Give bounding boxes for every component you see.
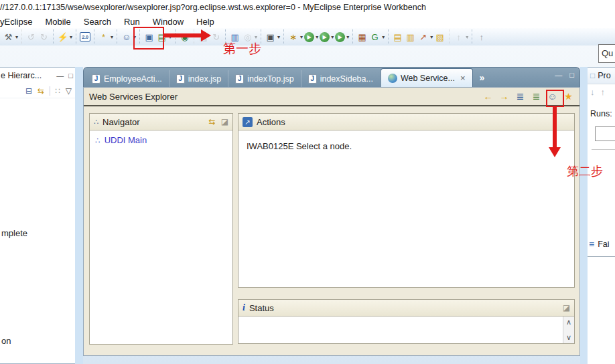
file-type-icon: J — [308, 74, 317, 84]
failures-section-header[interactable]: ≡ Fai — [589, 239, 610, 250]
refresh-dim-icon[interactable]: ↻ ▾ — [210, 29, 222, 44]
link-with-actions-icon[interactable]: ⇆ — [209, 117, 216, 126]
dropdown-arrow-icon[interactable]: ▾ — [255, 34, 257, 40]
dropdown-arrow-icon[interactable]: ▾ — [316, 34, 318, 40]
undo-dim-icon[interactable]: ↺ ▾ — [21, 29, 37, 44]
dropdown-arrow-icon[interactable]: ▾ — [70, 34, 72, 40]
main-toolbar: ⚒ ▾ ↺ ▾ ↻ ▾ ⚡ ▾ 2.0 ▾ * ▾ ☺ ▾ — [0, 28, 615, 46]
right-view-panel: □ Pro ↓ ↑ Runs: ≡ Fai — [588, 67, 615, 364]
editor-tab-bar: J EmployeeActi... J index.jsp J indexTop… — [83, 67, 580, 87]
filter-dots-icon[interactable]: ∷ — [50, 86, 60, 96]
web-project-folder-icon[interactable]: ▤ ▾ — [388, 29, 403, 44]
show-status-icon[interactable]: ≣ — [531, 90, 542, 102]
tab-indextop-jsp[interactable]: J indexTop.jsp — [228, 70, 301, 87]
build-hammer-icon[interactable]: ⚒ ▾ — [3, 29, 18, 44]
step2-label: 第二步 — [567, 163, 603, 179]
genuitec-g-icon[interactable]: G ▾ — [369, 29, 385, 44]
maximize-icon[interactable]: □ — [569, 71, 574, 79]
back-icon[interactable]: ← — [482, 90, 494, 102]
clear-navigator-icon[interactable]: ◪ — [221, 117, 228, 126]
tree-item-fragment[interactable]: on — [1, 336, 11, 346]
swap-lr-icon[interactable]: ⇆ — [38, 86, 44, 96]
web-services-explorer: Web Services Explorer ← → ≣ ≣ ☺ ★ — [83, 87, 580, 356]
file-type-icon: J — [176, 74, 185, 84]
tab-label: EmployeeActi... — [104, 74, 162, 84]
restore-view-icon[interactable]: ⊟ — [25, 86, 32, 96]
next-failure-icon[interactable]: ↓ — [590, 87, 595, 97]
tree-item-fragment[interactable]: mplete — [1, 228, 27, 238]
dropdown-arrow-icon[interactable]: ▾ — [382, 34, 385, 40]
tab-type-hierarchy[interactable]: e Hierarc... — [1, 71, 52, 80]
view-menu-icon[interactable]: ▽ — [66, 86, 72, 96]
scroll-up-icon[interactable]: ∧ — [566, 318, 571, 327]
dropdown-arrow-icon[interactable]: ▾ — [111, 34, 113, 40]
project-archive-icon[interactable]: ▧ ▾ — [434, 29, 446, 44]
actions-pane: ↗ Actions IWAB0125E Select a node. — [238, 113, 575, 288]
step1-label: 第一步 — [223, 40, 261, 58]
menu-mobile[interactable]: Mobile — [45, 17, 70, 27]
navigator-tree-icon: ∴ — [94, 118, 98, 126]
forward-icon[interactable]: → — [498, 90, 510, 102]
upload-box-icon[interactable]: ↑ ▾ — [472, 29, 487, 44]
dropdown-arrow-icon[interactable]: ▾ — [430, 34, 433, 40]
tab-indexsidebar[interactable]: J indexSideba... — [301, 70, 381, 87]
debug-icon[interactable]: ∗ ▾ — [283, 29, 303, 44]
dropdown-arrow-icon[interactable]: ▾ — [300, 34, 303, 40]
dropdown-arrow-icon[interactable]: ▾ — [346, 34, 349, 40]
db-sync-icon[interactable]: ⚡ ▾ — [53, 29, 72, 44]
close-icon[interactable]: × — [460, 73, 466, 83]
divider — [588, 256, 615, 257]
tab-overflow-chevron-icon[interactable]: » — [480, 72, 485, 83]
left-view-tab-bar: e Hierarc... — □ — [0, 68, 75, 84]
scroll-down-icon[interactable]: ∨ — [566, 333, 571, 342]
runs-field[interactable] — [595, 126, 615, 141]
step2-highlight-box — [546, 90, 564, 107]
previous-failure-icon[interactable]: ↑ — [601, 87, 606, 97]
screen-capture-icon[interactable]: ▣ ▾ — [261, 29, 280, 44]
tab-employeeaction[interactable]: J EmployeeActi... — [85, 70, 169, 87]
navigator-body: ∴ UDDI Main — [90, 130, 232, 150]
quick-access-input[interactable]: Qu — [598, 44, 615, 63]
deploy-rocket-icon[interactable]: ↗ ▾ — [417, 29, 433, 44]
clear-status-icon[interactable]: ◪ — [563, 303, 570, 312]
right-view-toolbar: ↓ ↑ — [588, 84, 615, 99]
favorites-star-icon[interactable]: ★ — [563, 90, 574, 102]
run-history-icon[interactable]: ▶ ▾ — [320, 29, 334, 44]
profile-icon[interactable]: ▶ ▾ — [335, 29, 349, 44]
redo-dim-icon[interactable]: ↻ ▾ — [38, 29, 50, 44]
right-view-tab-bar: □ Pro — [588, 68, 615, 84]
new-layout-icon[interactable]: ▦ ▾ — [352, 29, 368, 44]
editor-window-controls: — □ — [555, 71, 574, 79]
dropdown-arrow-icon[interactable]: ▾ — [331, 34, 334, 40]
dropdown-arrow-icon[interactable]: ▾ — [277, 34, 280, 40]
editor-area: J EmployeeActi... J index.jsp J indexTop… — [83, 67, 580, 356]
left-sash[interactable] — [75, 67, 83, 364]
dropdown-arrow-icon[interactable]: ▾ — [466, 34, 468, 40]
menu-window[interactable]: Window — [153, 17, 184, 27]
minimize-icon[interactable]: — — [56, 72, 64, 80]
status-title: Status — [249, 303, 559, 313]
tab-index-jsp[interactable]: J index.jsp — [169, 70, 228, 87]
status-header: i Status ◪ — [238, 300, 574, 316]
actions-launch-icon: ↗ — [243, 117, 253, 127]
dropdown-arrow-icon[interactable]: ▾ — [15, 34, 18, 40]
left-view-toolbar: ⊟ ⇆ ∷ ▽ — [0, 84, 75, 98]
menu-help[interactable]: Help — [196, 17, 214, 27]
menu-search[interactable]: Search — [84, 17, 111, 27]
run-icon[interactable]: ▶ ▾ — [304, 29, 318, 44]
tab-web-service[interactable]: Web Service... × — [381, 68, 473, 87]
show-details-icon[interactable]: ≣ — [515, 90, 526, 102]
java-ee-2-icon[interactable]: 2.0 ▾ — [76, 29, 90, 44]
uddi-main-link[interactable]: ∴ UDDI Main — [95, 135, 227, 145]
status-scrollbar[interactable]: ∧ ∨ — [563, 316, 574, 343]
new-wizard-icon[interactable]: * ▾ — [94, 29, 113, 44]
checkin-dim-icon[interactable]: ↑ ▾ — [449, 29, 468, 44]
menu-myeclipse[interactable]: yEclipse — [0, 17, 32, 27]
right-sash[interactable] — [580, 67, 588, 364]
info-icon: i — [243, 302, 245, 313]
open-folder-icon[interactable]: ▥ ▾ — [405, 29, 416, 44]
maximize-icon[interactable]: □ — [68, 72, 73, 80]
menu-run[interactable]: Run — [124, 17, 140, 27]
tab-progress[interactable]: Pro — [598, 71, 610, 80]
minimize-icon[interactable]: — — [555, 71, 562, 79]
